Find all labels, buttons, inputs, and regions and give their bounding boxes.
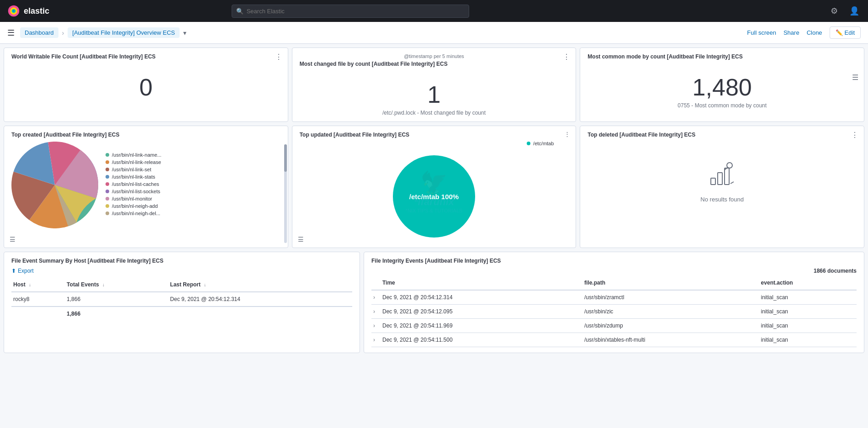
- top-created-bottom-icon[interactable]: ☰: [10, 236, 16, 243]
- share-button[interactable]: Share: [783, 29, 799, 36]
- most-common-mode-title: Most common mode by count [Auditbeat Fil…: [587, 53, 857, 60]
- events-table: Time file.path event.action › Dec 9, 202…: [371, 276, 857, 347]
- legend-label-7: /usr/bin/nl-monitor: [112, 196, 152, 201]
- world-writable-menu-icon[interactable]: ⋮: [275, 53, 282, 61]
- legend-dot-1: [106, 153, 109, 157]
- legend-dot-3: [106, 168, 109, 171]
- event-action-3: initial_scan: [759, 319, 857, 333]
- hamburger-menu[interactable]: ☰: [7, 28, 15, 38]
- legend-dot-7: [106, 197, 109, 201]
- fullscreen-button[interactable]: Full screen: [747, 29, 776, 36]
- metric-row: World Writable File Count [Auditbeat Fil…: [4, 48, 864, 122]
- event-time-1: Dec 9, 2021 @ 20:54:12.314: [381, 290, 582, 305]
- settings-icon[interactable]: ⚙: [828, 5, 841, 17]
- top-created-legend: /usr/bin/nl-link-name... /usr/bin/nl-lin…: [106, 152, 281, 218]
- expand-row-1[interactable]: ›: [373, 294, 375, 301]
- cell-host-rocky8: rocky8: [11, 292, 65, 306]
- table-header-row: Host ↓ Total Events ↓ Last Report ↓: [11, 278, 352, 292]
- top-updated-panel: Top updated [Auditbeat File Integrity] E…: [292, 126, 577, 248]
- no-results-text: No results found: [700, 196, 744, 203]
- events-col-action: event.action: [759, 276, 857, 290]
- breadcrumb-current-page[interactable]: [Auditbeat File Integrity] Overview ECS: [68, 27, 180, 38]
- file-event-summary-title: File Event Summary By Host [Auditbeat Fi…: [11, 258, 352, 264]
- top-updated-menu-icon[interactable]: ⋮: [564, 131, 570, 137]
- table-row: rocky8 1,866 Dec 9, 2021 @ 20:54:12.314: [11, 292, 352, 306]
- pie-row: Top created [Auditbeat File Integrity] E…: [4, 126, 864, 248]
- top-created-pie: [11, 142, 98, 228]
- bottom-row: File Event Summary By Host [Auditbeat Fi…: [4, 252, 864, 353]
- top-updated-pie-wrapper: 🦅 *ifarunix *NIX TIPS & TUTORIALS /etc/m…: [300, 142, 569, 242]
- legend-item-2: /usr/bin/nl-link-release: [106, 159, 281, 165]
- file-event-summary-panel: File Event Summary By Host [Auditbeat Fi…: [4, 252, 360, 353]
- svg-point-3: [13, 10, 15, 12]
- col-host[interactable]: Host ↓: [11, 278, 65, 292]
- expand-row-3[interactable]: ›: [373, 322, 375, 329]
- edit-button[interactable]: ✏️ Edit: [830, 26, 861, 39]
- events-col-path: file.path: [582, 276, 759, 290]
- world-writable-value: 0: [11, 74, 281, 100]
- svg-rect-5: [711, 178, 715, 185]
- no-results-svg: [709, 160, 736, 187]
- legend-label-3: /usr/bin/nl-link-set: [112, 167, 151, 172]
- events-col-expand: [371, 276, 381, 290]
- col-last-report[interactable]: Last Report ↓: [168, 278, 352, 292]
- legend-scrollbar[interactable]: [284, 144, 287, 243]
- legend-dot-6: [106, 190, 109, 193]
- legend-label-2: /usr/bin/nl-link-release: [112, 159, 161, 165]
- legend-dot-5: [106, 182, 109, 186]
- top-deleted-title: Top deleted [Auditbeat File Integrity] E…: [587, 132, 857, 138]
- legend-item-8: /usr/bin/nl-neigh-add: [106, 203, 281, 209]
- breadcrumb-dashboard[interactable]: Dashboard: [20, 27, 58, 38]
- legend-label-9: /usr/bin/nl-neigh-del...: [112, 211, 160, 216]
- top-updated-pie: [388, 151, 480, 242]
- no-results-container: No results found: [587, 142, 857, 221]
- legend-item-1: /usr/bin/nl-link-name...: [106, 152, 281, 158]
- legend-label-6: /usr/bin/nl-list-sockets: [112, 189, 160, 194]
- events-col-time: Time: [381, 276, 582, 290]
- chevron-down-icon[interactable]: ▾: [183, 29, 186, 37]
- top-created-chart-container: /usr/bin/nl-link-name... /usr/bin/nl-lin…: [11, 142, 281, 228]
- top-updated-title: Top updated [Auditbeat File Integrity] E…: [300, 132, 569, 138]
- most-changed-title: Most changed file by count [Auditbeat Fi…: [300, 61, 569, 67]
- world-writable-title: World Writable File Count [Auditbeat Fil…: [11, 53, 281, 60]
- top-updated-bottom-icon[interactable]: ☰: [298, 236, 304, 243]
- event-path-1: /usr/sbin/zramctl: [582, 290, 759, 305]
- sort-last-report-icon: ↓: [204, 282, 206, 287]
- breadcrumb-arrow: ›: [62, 29, 64, 37]
- events-header-row: Time file.path event.action: [371, 276, 857, 290]
- top-deleted-menu-icon[interactable]: ⋮: [851, 131, 858, 139]
- svg-point-4: [393, 155, 475, 238]
- event-row-3: › Dec 9, 2021 @ 20:54:11.969 /usr/sbin/z…: [371, 319, 857, 333]
- top-created-panel: Top created [Auditbeat File Integrity] E…: [4, 126, 288, 248]
- most-changed-menu-icon[interactable]: ⋮: [563, 53, 570, 61]
- legend-item-6: /usr/bin/nl-list-sockets: [106, 189, 281, 194]
- event-row-2: › Dec 9, 2021 @ 20:54:12.095 /usr/sbin/z…: [371, 305, 857, 319]
- clone-button[interactable]: Clone: [807, 29, 822, 36]
- most-common-mode-menu-icon[interactable]: ☰: [852, 73, 858, 82]
- event-time-4: Dec 9, 2021 @ 20:54:11.500: [381, 333, 582, 347]
- cell-total-rocky8: 1,866: [65, 292, 168, 306]
- legend-item-4: /usr/bin/nl-link-stats: [106, 174, 281, 180]
- expand-row-4[interactable]: ›: [373, 337, 375, 343]
- user-icon[interactable]: 👤: [848, 5, 861, 17]
- search-input[interactable]: [232, 5, 469, 18]
- legend-item-3: /usr/bin/nl-link-set: [106, 167, 281, 172]
- sort-host-icon: ↓: [29, 282, 31, 287]
- col-total-events[interactable]: Total Events ↓: [65, 278, 168, 292]
- export-icon: ⬆: [11, 268, 16, 274]
- legend-label-4: /usr/bin/nl-link-stats: [112, 174, 155, 180]
- legend-scrollbar-thumb[interactable]: [284, 144, 287, 172]
- timestamp-label: @timestamp per 5 minutes: [300, 53, 569, 59]
- most-changed-panel: @timestamp per 5 minutes Most changed fi…: [292, 48, 577, 122]
- expand-row-2[interactable]: ›: [373, 308, 375, 315]
- event-time-2: Dec 9, 2021 @ 20:54:12.095: [381, 305, 582, 319]
- most-changed-label: /etc/.pwd.lock - Most changed file by co…: [300, 110, 569, 116]
- cell-total-last: [168, 306, 352, 321]
- event-row-4: › Dec 9, 2021 @ 20:54:11.500 /usr/sbin/x…: [371, 333, 857, 347]
- export-button[interactable]: ⬆ Export: [11, 268, 352, 274]
- event-action-2: initial_scan: [759, 305, 857, 319]
- legend-dot-8: [106, 204, 109, 208]
- sort-total-icon: ↓: [102, 282, 105, 287]
- svg-rect-6: [718, 173, 722, 185]
- event-path-4: /usr/sbin/xtables-nft-multi: [582, 333, 759, 347]
